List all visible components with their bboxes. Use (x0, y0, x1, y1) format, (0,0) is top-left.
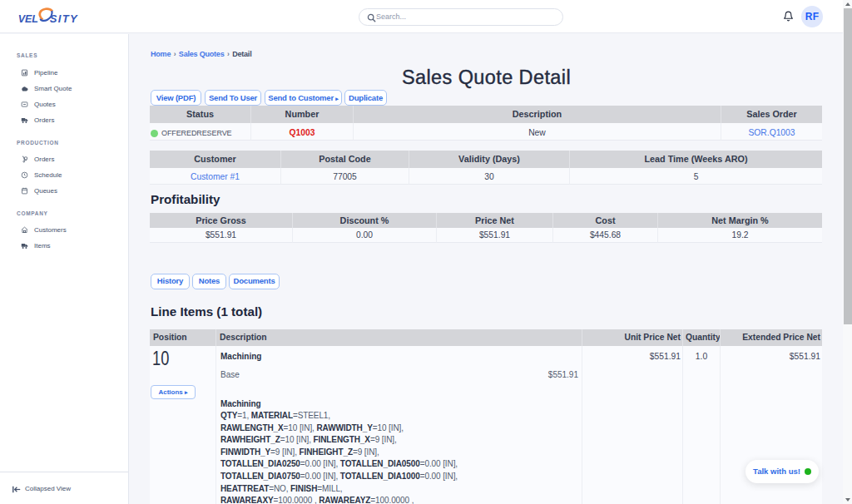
svg-text:VEL: VEL (18, 13, 38, 25)
svg-text:SITY: SITY (50, 12, 78, 25)
